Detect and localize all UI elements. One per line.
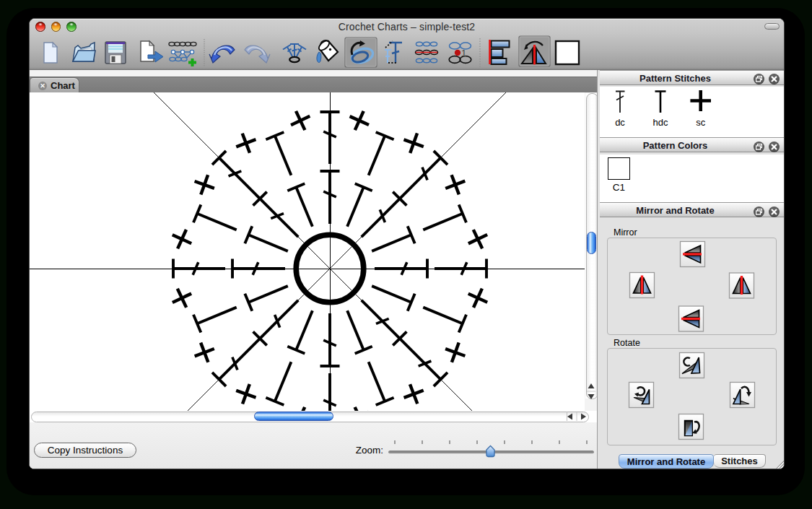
svg-text:1: 1: [461, 48, 466, 58]
